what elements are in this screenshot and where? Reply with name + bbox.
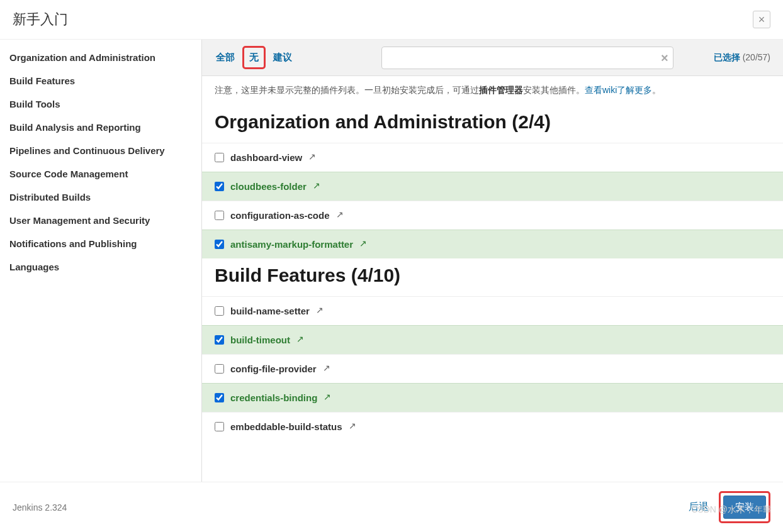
plugin-row-config-file-provider[interactable]: config-file-provider ↗ — [202, 354, 783, 383]
tab-suggested[interactable]: 建议 — [268, 49, 297, 66]
external-link-icon[interactable]: ↗ — [323, 363, 330, 373]
plugin-checkbox[interactable] — [215, 182, 224, 191]
plugin-checkbox[interactable] — [215, 211, 224, 220]
plugin-row-embeddable-build-status[interactable]: embeddable-build-status ↗ — [202, 412, 783, 441]
sidebar-item-user-mgmt[interactable]: User Management and Security — [0, 209, 201, 232]
tab-none[interactable]: 无 — [242, 46, 266, 69]
notice-wiki-link[interactable]: 查看wiki了解更多 — [585, 85, 652, 95]
sidebar-item-pipelines[interactable]: Pipelines and Continuous Delivery — [0, 139, 201, 162]
plugin-row-antisamy[interactable]: antisamy-markup-formatter ↗ — [202, 230, 783, 258]
plugin-list-scroll[interactable]: 注意，这里并未显示完整的插件列表。一旦初始安装完成后，可通过插件管理器安装其他插… — [202, 76, 783, 482]
back-button[interactable]: 后退 — [689, 501, 709, 514]
version-label: Jenkins 2.324 — [13, 502, 67, 513]
sidebar-item-notifications[interactable]: Notifications and Publishing — [0, 232, 201, 255]
external-link-icon[interactable]: ↗ — [349, 421, 356, 431]
close-button[interactable]: × — [753, 11, 770, 28]
notice-post: 安装其他插件。 — [523, 85, 585, 95]
plugin-checkbox[interactable] — [215, 422, 224, 431]
plugin-row-credentials-binding[interactable]: credentials-binding ↗ — [202, 383, 783, 412]
section-title-build-features: Build Features (4/10) — [202, 258, 783, 296]
selected-value: (20/57) — [743, 52, 770, 62]
category-sidebar: Organization and Administration Build Fe… — [0, 40, 201, 482]
plugin-checkbox[interactable] — [215, 153, 224, 162]
external-link-icon[interactable]: ↗ — [308, 152, 316, 162]
notice-end: 。 — [652, 85, 661, 95]
selected-label: 已选择 — [714, 52, 740, 62]
external-link-icon[interactable]: ↗ — [296, 334, 304, 344]
tab-all[interactable]: 全部 — [211, 49, 240, 66]
notice-pre: 注意，这里并未显示完整的插件列表。一旦初始安装完成后，可通过 — [215, 85, 479, 95]
external-link-icon[interactable]: ↗ — [324, 392, 331, 402]
plugin-name: build-name-setter — [230, 306, 310, 316]
plugin-name: configuration-as-code — [230, 210, 330, 221]
external-link-icon[interactable]: ↗ — [336, 209, 344, 219]
external-link-icon[interactable]: ↗ — [316, 305, 324, 315]
external-link-icon[interactable]: ↗ — [359, 238, 367, 248]
plugin-name: antisamy-markup-formatter — [230, 239, 353, 250]
sidebar-item-build-features[interactable]: Build Features — [0, 69, 201, 92]
plugin-name: cloudbees-folder — [230, 181, 307, 192]
plugin-row-configuration-as-code[interactable]: configuration-as-code ↗ — [202, 201, 783, 230]
selected-count: 已选择 (20/57) — [676, 52, 774, 64]
plugin-checkbox[interactable] — [215, 364, 224, 374]
sidebar-item-distributed[interactable]: Distributed Builds — [0, 186, 201, 209]
notice-banner: 注意，这里并未显示完整的插件列表。一旦初始安装完成后，可通过插件管理器安装其他插… — [202, 76, 783, 105]
plugin-name: config-file-provider — [230, 363, 317, 374]
plugin-row-build-name-setter[interactable]: build-name-setter ↗ — [202, 296, 783, 325]
plugin-name: credentials-binding — [230, 392, 317, 403]
sidebar-item-build-analysis[interactable]: Build Analysis and Reporting — [0, 116, 201, 139]
search-input[interactable] — [381, 47, 673, 69]
plugin-checkbox[interactable] — [215, 240, 224, 249]
section-title-organization: Organization and Administration (2/4) — [202, 105, 783, 143]
external-link-icon[interactable]: ↗ — [313, 180, 320, 191]
sidebar-item-organization[interactable]: Organization and Administration — [0, 46, 201, 69]
notice-bold: 插件管理器 — [479, 85, 523, 95]
install-button[interactable]: 安装 — [723, 496, 766, 519]
sidebar-item-build-tools[interactable]: Build Tools — [0, 92, 201, 116]
plugin-checkbox[interactable] — [215, 393, 224, 402]
toolbar: 全部 无 建议 × 已选择 (20/57) — [202, 40, 783, 76]
page-title: 新手入门 — [13, 10, 68, 29]
plugin-row-dashboard-view[interactable]: dashboard-view ↗ — [202, 143, 783, 172]
plugin-checkbox[interactable] — [215, 306, 224, 316]
plugin-name: build-timeout — [230, 335, 290, 345]
plugin-checkbox[interactable] — [215, 335, 224, 345]
plugin-name: dashboard-view — [230, 152, 302, 163]
sidebar-item-scm[interactable]: Source Code Management — [0, 162, 201, 186]
plugin-name: embeddable-build-status — [230, 421, 342, 432]
sidebar-item-languages[interactable]: Languages — [0, 255, 201, 279]
search-clear-icon[interactable]: × — [661, 50, 668, 65]
plugin-row-build-timeout[interactable]: build-timeout ↗ — [202, 325, 783, 354]
plugin-row-cloudbees-folder[interactable]: cloudbees-folder ↗ — [202, 172, 783, 201]
